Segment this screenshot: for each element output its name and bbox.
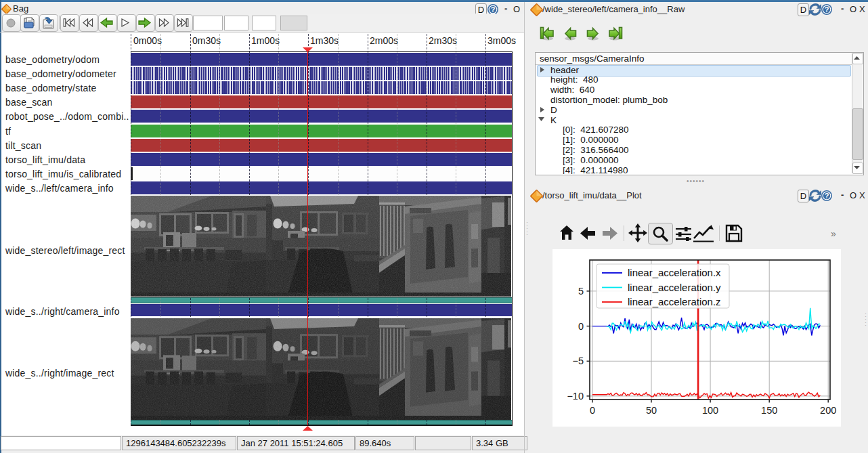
svg-text:0: 0 <box>590 405 595 416</box>
svg-text:linear_acceleration.z: linear_acceleration.z <box>628 296 721 307</box>
svg-text:−5: −5 <box>572 355 584 366</box>
svg-text:0: 0 <box>578 321 584 332</box>
svg-text:150: 150 <box>761 405 777 416</box>
svg-text:50: 50 <box>646 405 657 416</box>
svg-text:100: 100 <box>702 405 718 416</box>
svg-text:?: ? <box>825 5 829 14</box>
svg-text:?: ? <box>491 5 496 14</box>
svg-text:200: 200 <box>820 405 836 416</box>
svg-text:linear_acceleration.y: linear_acceleration.y <box>628 282 721 293</box>
svg-text:−10: −10 <box>567 391 584 402</box>
svg-text:linear_acceleration.x: linear_acceleration.x <box>628 267 721 278</box>
svg-text:5: 5 <box>578 286 584 297</box>
svg-text:?: ? <box>825 192 829 200</box>
